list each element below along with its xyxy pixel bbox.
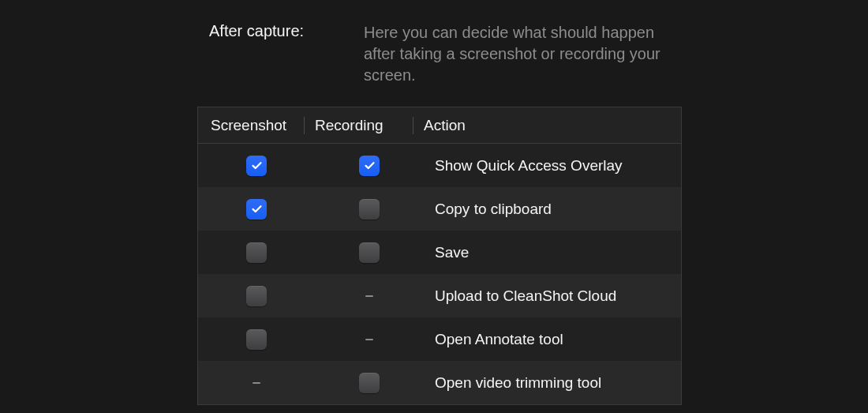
- cell-recording: [315, 339, 424, 340]
- column-header-action: Action: [424, 117, 681, 134]
- section-description: Here you can decide what should happen a…: [364, 22, 672, 86]
- cell-recording: [315, 199, 424, 220]
- screenshot-checkbox[interactable]: [246, 242, 267, 263]
- cell-action-label: Upload to CleanShot Cloud: [424, 287, 681, 305]
- table-row: Copy to clipboard: [198, 187, 681, 231]
- cell-screenshot: [198, 156, 315, 176]
- cell-recording: [315, 295, 424, 297]
- cell-action-label: Show Quick Access Overlay: [424, 157, 681, 175]
- cell-action-label: Open Annotate tool: [424, 331, 681, 348]
- table-row: Save: [198, 231, 681, 274]
- column-header-recording: Recording: [315, 117, 424, 134]
- checkmark-icon: [250, 159, 264, 172]
- cell-screenshot: [198, 329, 315, 350]
- actions-table: Screenshot Recording Action Show Quick A…: [197, 107, 682, 405]
- cell-recording: [315, 242, 424, 263]
- screenshot-checkbox[interactable]: [246, 329, 267, 350]
- screenshot-checkbox[interactable]: [246, 286, 267, 306]
- recording-not-applicable-icon: [365, 295, 373, 297]
- table-row: Open Annotate tool: [198, 317, 681, 361]
- recording-checkbox[interactable]: [359, 156, 380, 176]
- screenshot-checkbox[interactable]: [246, 199, 267, 220]
- checkmark-icon: [250, 202, 264, 216]
- table-row: Upload to CleanShot Cloud: [198, 274, 681, 317]
- cell-screenshot: [198, 382, 315, 384]
- cell-action-label: Save: [424, 244, 681, 261]
- cell-screenshot: [198, 286, 315, 306]
- section-heading: After capture:: [209, 22, 364, 86]
- table-row: Open video trimming tool: [198, 361, 681, 404]
- recording-checkbox[interactable]: [359, 242, 380, 263]
- cell-action-label: Copy to clipboard: [424, 201, 681, 218]
- checkmark-icon: [363, 159, 376, 172]
- recording-not-applicable-icon: [365, 339, 373, 340]
- cell-recording: [315, 156, 424, 176]
- table-row: Show Quick Access Overlay: [198, 144, 681, 187]
- recording-checkbox[interactable]: [359, 199, 380, 220]
- screenshot-checkbox[interactable]: [246, 156, 267, 176]
- table-header-row: Screenshot Recording Action: [198, 107, 681, 144]
- recording-checkbox[interactable]: [359, 373, 380, 393]
- cell-screenshot: [198, 199, 315, 220]
- screenshot-not-applicable-icon: [253, 382, 260, 384]
- cell-action-label: Open video trimming tool: [424, 374, 681, 392]
- column-header-screenshot: Screenshot: [198, 117, 315, 134]
- cell-recording: [315, 373, 424, 393]
- cell-screenshot: [198, 242, 315, 263]
